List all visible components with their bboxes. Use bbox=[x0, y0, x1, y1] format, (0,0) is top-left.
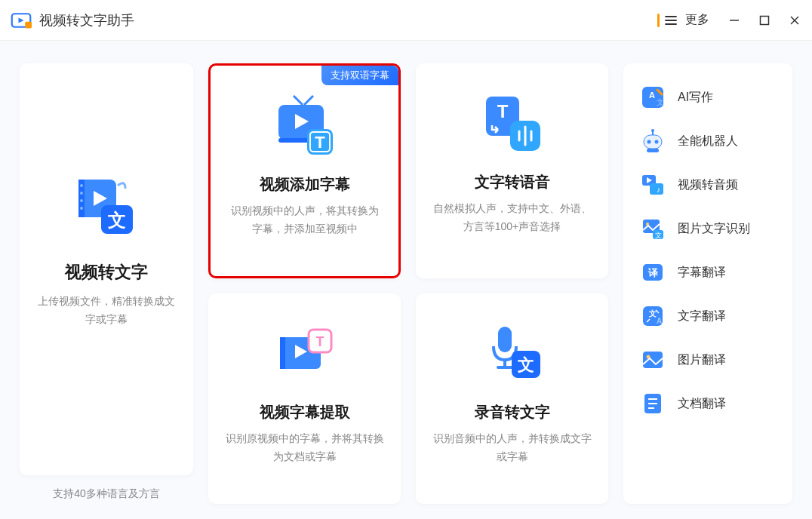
svg-text:T: T bbox=[497, 101, 508, 121]
svg-text:文: 文 bbox=[648, 309, 657, 318]
card-title: 视频字幕提取 bbox=[222, 402, 387, 422]
card-title: 视频添加字幕 bbox=[224, 174, 385, 195]
card-desc: 识别原视频中的字幕，并将其转换为文档或字幕 bbox=[222, 430, 387, 466]
sidebar-item-label: 全能机器人 bbox=[678, 134, 738, 149]
card-text-to-speech[interactable]: T 文字转语音 自然模拟人声，支持中文、外语、方言等100+声音选择 bbox=[416, 63, 608, 278]
sidebar-item-robot[interactable]: 全能机器人 bbox=[634, 119, 782, 163]
image-translate-icon bbox=[640, 347, 666, 373]
more-button[interactable]: 更多 bbox=[657, 12, 709, 28]
sidebar-item-text-translate[interactable]: 文A 文字翻译 bbox=[634, 294, 782, 338]
text-speech-icon: T bbox=[478, 89, 546, 157]
badge-bilingual: 支持双语字幕 bbox=[321, 66, 398, 85]
sidebar-item-label: 文字翻译 bbox=[678, 309, 726, 324]
sidebar-item-label: 图片翻译 bbox=[678, 352, 726, 368]
svg-text:译: 译 bbox=[647, 267, 659, 278]
svg-text:A: A bbox=[649, 91, 655, 100]
ocr-icon: 文 bbox=[640, 216, 666, 241]
close-button[interactable] bbox=[788, 14, 801, 27]
svg-text:T: T bbox=[315, 334, 324, 349]
sidebar-item-ai-writing[interactable]: A文 AI写作 bbox=[634, 75, 782, 119]
card-title: 录音转文字 bbox=[429, 402, 595, 422]
menu-icon bbox=[664, 14, 678, 27]
svg-point-11 bbox=[80, 199, 83, 202]
svg-marker-1 bbox=[19, 17, 24, 23]
more-bar-icon bbox=[657, 14, 660, 27]
svg-text:文: 文 bbox=[108, 210, 126, 230]
svg-rect-62 bbox=[643, 352, 663, 368]
video-audio-icon: ♪ bbox=[640, 172, 666, 198]
more-label: 更多 bbox=[685, 12, 709, 28]
minimize-button[interactable] bbox=[727, 14, 741, 27]
doc-translate-icon bbox=[640, 391, 666, 416]
titlebar: 视频转文字助手 更多 bbox=[0, 0, 812, 41]
sidebar-item-label: 字幕翻译 bbox=[678, 265, 726, 281]
svg-point-9 bbox=[80, 184, 83, 187]
sidebar-item-subtitle-translate[interactable]: 译 字幕翻译 bbox=[634, 250, 782, 294]
card-desc: 识别音频中的人声，并转换成文字或字幕 bbox=[429, 430, 595, 466]
subtitle-translate-icon: 译 bbox=[640, 260, 666, 285]
svg-line-16 bbox=[294, 96, 303, 105]
sidebar: A文 AI写作 全能机器人 ♪ 视频转音频 文 图片文字识别 译 字幕翻译 文A bbox=[623, 63, 792, 504]
svg-rect-4 bbox=[761, 16, 769, 24]
svg-text:T: T bbox=[315, 133, 325, 152]
card-video-to-text[interactable]: 文 视频转文字 上传视频文件，精准转换成文字或字幕 bbox=[20, 63, 193, 475]
sidebar-item-ocr[interactable]: 文 图片文字识别 bbox=[634, 207, 782, 250]
maximize-button[interactable] bbox=[758, 14, 771, 27]
sidebar-item-label: 视频转音频 bbox=[678, 177, 738, 193]
app-title: 视频转文字助手 bbox=[39, 11, 134, 29]
svg-text:文: 文 bbox=[655, 232, 662, 239]
svg-point-46 bbox=[647, 140, 651, 144]
app-logo-icon bbox=[11, 10, 32, 31]
card-desc: 识别视频中的人声，将其转换为字幕，并添加至视频中 bbox=[224, 202, 385, 238]
main-card-title: 视频转文字 bbox=[33, 261, 180, 284]
svg-text:A: A bbox=[657, 317, 662, 325]
robot-icon bbox=[640, 128, 666, 154]
text-translate-icon: 文A bbox=[640, 303, 666, 329]
card-desc: 自然模拟人声，支持中文、外语、方言等100+声音选择 bbox=[429, 200, 595, 236]
svg-rect-35 bbox=[498, 327, 512, 352]
left-footer-text: 支持40多种语言及方言 bbox=[20, 475, 193, 504]
svg-text:文: 文 bbox=[517, 355, 534, 374]
svg-text:文: 文 bbox=[656, 98, 664, 106]
svg-point-12 bbox=[80, 207, 83, 210]
sidebar-item-label: 文档翻译 bbox=[678, 396, 726, 412]
sidebar-item-doc-translate[interactable]: 文档翻译 bbox=[634, 382, 782, 425]
card-audio-to-text[interactable]: 文 录音转文字 识别音频中的人声，并转换成文字或字幕 bbox=[416, 293, 608, 504]
sidebar-item-image-translate[interactable]: 图片翻译 bbox=[634, 338, 782, 382]
ai-writing-icon: A文 bbox=[640, 84, 666, 110]
svg-line-17 bbox=[304, 96, 313, 105]
card-extract-subtitle[interactable]: T 视频字幕提取 识别原视频中的字幕，并将其转换为文档或字幕 bbox=[208, 293, 401, 504]
sidebar-item-label: AI写作 bbox=[678, 90, 713, 106]
sidebar-item-label: 图片文字识别 bbox=[678, 221, 750, 237]
svg-point-44 bbox=[651, 129, 654, 132]
sidebar-item-video-audio[interactable]: ♪ 视频转音频 bbox=[634, 163, 782, 207]
card-add-subtitle[interactable]: 支持双语字幕 T 视频添加字幕 识别视频中的人声，将其转换为字幕，并添加至视频中 bbox=[208, 63, 401, 278]
svg-point-10 bbox=[80, 192, 83, 195]
svg-rect-31 bbox=[280, 337, 285, 369]
extract-subtitle-icon: T bbox=[271, 319, 339, 387]
svg-text:♪: ♪ bbox=[657, 186, 660, 194]
svg-rect-2 bbox=[25, 21, 32, 28]
video-text-icon: 文 bbox=[72, 172, 140, 240]
card-title: 文字转语音 bbox=[429, 172, 595, 192]
mic-text-icon: 文 bbox=[478, 319, 546, 387]
main-card-desc: 上传视频文件，精准转换成文字或字幕 bbox=[33, 293, 180, 329]
svg-rect-48 bbox=[647, 149, 659, 152]
svg-point-47 bbox=[655, 140, 659, 144]
tv-subtitle-icon: T bbox=[271, 91, 339, 159]
svg-rect-45 bbox=[644, 135, 662, 149]
